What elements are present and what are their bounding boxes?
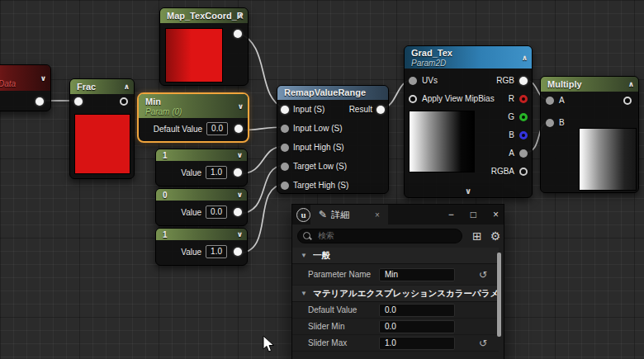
node-min-param[interactable]: Min Param (0) ∨ Default Value 0.0 [137,92,249,143]
remap-target-low-pin[interactable] [281,163,289,171]
maximize-button[interactable]: □ [471,210,476,220]
chevron-down-icon[interactable]: ∨ [237,152,243,159]
node-texcoord-header[interactable]: Map_TexCoord_R ∧ [160,8,248,23]
node-remap-header[interactable]: RemapValueRange [277,86,388,100]
node-title: Time [0,68,36,79]
node-min-header[interactable]: Min Param (0) ∨ [139,94,248,118]
parameter-name-input[interactable]: Min [379,268,455,281]
node-gradtex-header[interactable]: Grad_Tex Param2D ∧ [405,46,532,68]
details-titlebar[interactable]: u ✎ 詳細 × − □ × [292,205,504,224]
section-title: マテリアルエクスプレッションスカラーパラメータ [313,288,499,300]
remap-input-low-pin[interactable] [281,125,289,133]
remap-result-pin[interactable] [376,106,385,114]
chevron-down-icon[interactable]: ∨ [40,74,46,82]
node-constant-1a[interactable]: 1 ∨ Value 1.0 [155,149,248,187]
material-graph-canvas[interactable]: Time Input Data ∨ Frac ∧ Map_TexCoord_R … [0,0,644,359]
node-frac-header[interactable]: Frac ∧ [70,79,134,94]
value-box[interactable]: 1.0 [206,245,227,258]
gradtex-g-pin[interactable] [519,113,528,121]
section-triangle-icon[interactable]: ▼ [301,290,307,297]
frac-input-pin[interactable] [74,97,83,106]
texcoord-output-pin[interactable] [234,30,242,38]
chevron-down-icon[interactable]: ∨ [465,187,471,196]
gradtex-uvs-label: UVs [422,76,438,85]
node-frac[interactable]: Frac ∧ [69,78,135,179]
node-constant-0[interactable]: 0 ∨ Value 0.0 [155,188,248,226]
gradtex-mipbias-pin[interactable] [409,95,417,103]
tab-details[interactable]: ✎ 詳細 × [310,205,388,224]
multiply-b-pin[interactable] [546,119,554,127]
node-const1b-header[interactable]: 1 ∨ [156,229,247,240]
scrollbar[interactable] [497,253,501,337]
node-remap-value-range[interactable]: RemapValueRange Input (S) Result Input L… [277,85,389,194]
node-title: Grad_Tex [411,48,517,59]
multiply-a-label: A [559,96,565,105]
node-multiply-header[interactable]: Multiply ∧ [541,77,638,92]
value-label: Value [181,168,201,177]
node-const0-header[interactable]: 0 ∨ [156,189,247,201]
gear-icon[interactable]: ⚙ [490,230,501,242]
minimize-button[interactable]: − [448,210,454,220]
gradtex-g-label: G [508,112,514,121]
gradtex-b-pin[interactable] [519,131,528,139]
remap-input-high-pin[interactable] [281,144,289,152]
gradtex-rgb-pin[interactable] [519,77,528,85]
node-map-texcoord-r[interactable]: Map_TexCoord_R ∧ [159,7,249,86]
reset-icon[interactable]: ↺ [479,338,487,349]
section-triangle-icon[interactable]: ▼ [301,252,307,259]
remap-input-label: Input (S) [293,105,324,114]
frac-output-pin[interactable] [120,97,128,106]
display-filter-icon[interactable]: ⊞ [472,230,482,242]
gradtex-r-label: R [509,94,514,103]
remap-input-low-label: Input Low (S) [293,124,342,133]
gradtex-a-pin[interactable] [519,149,528,158]
const1a-output-pin[interactable] [234,168,242,177]
const0-output-pin[interactable] [234,208,242,216]
const1b-output-pin[interactable] [234,248,242,256]
time-output-pin[interactable] [36,97,44,106]
row-default-value: Default Value 0.0 [292,302,499,319]
min-output-pin[interactable] [234,125,243,133]
node-time[interactable]: Time Input Data ∨ [0,64,51,111]
node-grad-tex[interactable]: Grad_Tex Param2D ∧ UVs Apply View MipBia… [404,45,533,198]
remap-input-pin[interactable] [281,106,289,114]
remap-input-high-label: Input High (S) [293,143,344,152]
chevron-up-icon[interactable]: ∧ [238,12,244,20]
chevron-up-icon[interactable]: ∧ [522,54,528,61]
node-title: 1 [163,230,232,239]
gradtex-rgba-pin[interactable] [519,168,528,176]
tab-close-icon[interactable]: × [375,210,380,220]
close-button[interactable]: × [493,210,499,220]
chevron-down-icon[interactable]: ∨ [237,231,243,239]
reset-icon[interactable]: ↺ [479,269,487,281]
gradtex-rgb-label: RGB [496,76,514,85]
section-scalar-parameter[interactable]: ▼ マテリアルエクスプレッションスカラーパラメータ [292,286,499,302]
node-multiply[interactable]: Multiply ∧ A B [540,76,639,193]
node-constant-1b[interactable]: 1 ∨ Value 1.0 [155,228,248,266]
node-time-header[interactable]: Time Input Data ∨ [0,65,50,91]
chevron-down-icon[interactable]: ∨ [238,102,244,110]
remap-target-low-label: Target Low (S) [293,162,347,171]
gradtex-r-pin[interactable] [519,95,528,103]
row-slider-min: Slider Min 0.0 [292,319,499,335]
search-input[interactable]: 検索 [297,229,462,243]
gradtex-uvs-pin[interactable] [409,77,417,85]
default-value-input[interactable]: 0.0 [379,304,455,317]
section-general[interactable]: ▼ 一般 [292,248,499,264]
remap-target-high-pin[interactable] [281,182,289,190]
default-value-box[interactable]: 0.0 [206,122,228,135]
details-panel-window[interactable]: u ✎ 詳細 × − □ × 検索 ⊞ ⚙ ▼ 一般 [291,204,504,359]
search-icon [303,232,310,239]
node-const1a-header[interactable]: 1 ∨ [156,149,247,161]
chevron-down-icon[interactable]: ∨ [237,191,243,199]
tab-title: 詳細 [331,209,349,221]
slider-min-input[interactable]: 0.0 [379,320,455,333]
multiply-output-pin[interactable] [623,97,632,105]
multiply-a-pin[interactable] [546,97,554,105]
slider-max-input[interactable]: 1.0 [379,337,455,350]
node-title: RemapValueRange [284,87,373,98]
value-box[interactable]: 0.0 [206,205,227,219]
chevron-up-icon[interactable]: ∧ [628,81,634,88]
chevron-up-icon[interactable]: ∧ [124,83,130,91]
value-box[interactable]: 1.0 [206,166,227,179]
